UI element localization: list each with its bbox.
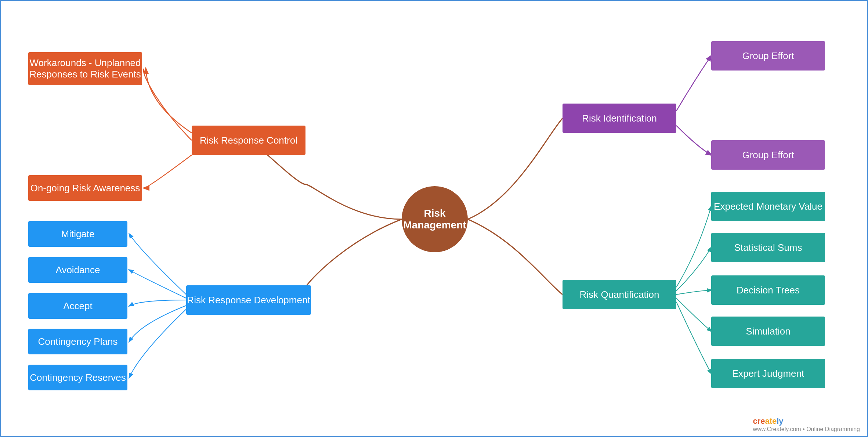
node-decision-trees[interactable]: Decision Trees [711,275,825,305]
rq-label: Risk Quantification [580,289,659,300]
node-emv[interactable]: Expected Monetary Value [711,192,825,221]
node-contingency-reserves[interactable]: Contingency Reserves [28,365,127,390]
node-risk-response-development[interactable]: Risk Response Development [186,285,311,315]
watermark-ate: ate [765,416,777,426]
center-node[interactable]: Risk Management [402,186,468,252]
node-risk-identification[interactable]: Risk Identification [563,104,676,133]
ongoing-label: On-going Risk Awareness [30,183,140,194]
watermark-sub: www.Creately.com • Online Diagramming [753,426,860,433]
mitigate-label: Mitigate [61,228,94,240]
cont-plans-label: Contingency Plans [38,336,118,347]
node-simulation[interactable]: Simulation [711,317,825,346]
watermark-ly: ly [777,416,783,426]
node-avoidance[interactable]: Avoidance [28,257,127,283]
emv-label: Expected Monetary Value [714,201,822,212]
accept-label: Accept [63,300,93,312]
diagram-container: Risk Management Risk Response Control Wo… [1,1,867,436]
node-workarounds[interactable]: Workarounds - Unplanned Responses to Ris… [28,52,142,85]
center-label: Risk Management [402,207,468,231]
sim-label: Simulation [746,326,790,337]
stats-label: Statistical Sums [734,242,802,253]
avoidance-label: Avoidance [56,264,100,276]
node-expert-judgment[interactable]: Expert Judgment [711,359,825,388]
node-mitigate[interactable]: Mitigate [28,221,127,247]
group1-label: Group Effort [742,50,794,62]
ri-label: Risk Identification [582,113,657,124]
watermark: creately www.Creately.com • Online Diagr… [753,416,860,433]
node-contingency-plans[interactable]: Contingency Plans [28,329,127,354]
node-group-effort-2[interactable]: Group Effort [711,140,825,170]
workarounds-label: Workarounds - Unplanned Responses to Ris… [29,57,141,80]
node-risk-quantification[interactable]: Risk Quantification [563,280,676,309]
watermark-cr: cre [753,416,765,426]
rrd-label: Risk Response Development [187,295,310,306]
group2-label: Group Effort [742,149,794,161]
node-statistical-sums[interactable]: Statistical Sums [711,233,825,262]
cont-reserves-label: Contingency Reserves [30,372,126,383]
ej-label: Expert Judgment [732,368,804,379]
node-accept[interactable]: Accept [28,293,127,319]
node-risk-response-control[interactable]: Risk Response Control [192,126,305,155]
node-ongoing-risk[interactable]: On-going Risk Awareness [28,175,142,201]
node-group-effort-1[interactable]: Group Effort [711,41,825,71]
rrc-label: Risk Response Control [200,135,297,146]
dt-label: Decision Trees [737,285,800,296]
